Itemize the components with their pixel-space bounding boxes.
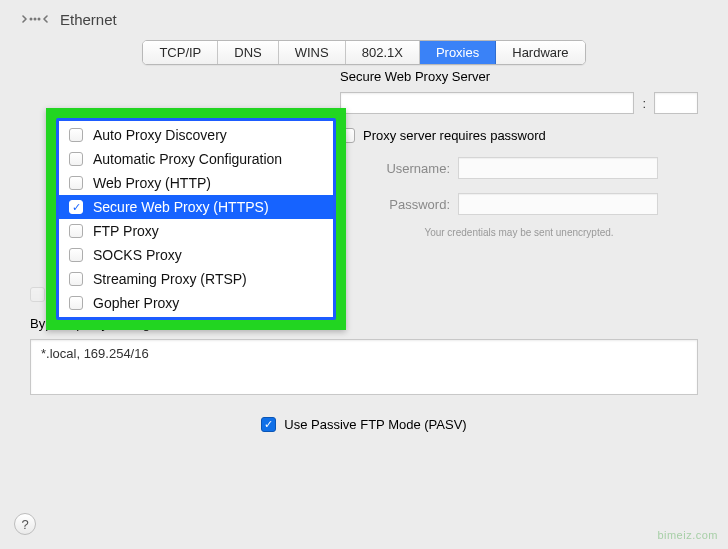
protocol-item[interactable]: SOCKS Proxy: [59, 243, 333, 267]
exclude-simple-checkbox[interactable]: [30, 287, 45, 302]
username-input[interactable]: [458, 157, 658, 179]
tab-proxies[interactable]: Proxies: [420, 41, 496, 64]
protocol-label: Web Proxy (HTTP): [93, 175, 211, 191]
pasv-label: Use Passive FTP Mode (PASV): [284, 417, 466, 432]
password-input[interactable]: [458, 193, 658, 215]
protocol-label: Gopher Proxy: [93, 295, 179, 311]
protocol-item[interactable]: FTP Proxy: [59, 219, 333, 243]
tab-bar: TCP/IPDNSWINS802.1XProxiesHardware: [0, 40, 728, 65]
requires-password-label: Proxy server requires password: [363, 128, 546, 143]
bypass-textarea[interactable]: *.local, 169.254/16: [30, 339, 698, 395]
pasv-checkbox[interactable]: [261, 417, 276, 432]
svg-point-1: [34, 18, 37, 21]
protocol-item[interactable]: Auto Proxy Discovery: [59, 123, 333, 147]
protocol-checkbox[interactable]: [69, 296, 83, 310]
credentials-note: Your credentials may be sent unencrypted…: [340, 227, 698, 238]
protocol-checkbox[interactable]: [69, 200, 83, 214]
protocol-list[interactable]: Auto Proxy DiscoveryAutomatic Proxy Conf…: [56, 118, 336, 320]
protocol-label: Secure Web Proxy (HTTPS): [93, 199, 269, 215]
protocol-checkbox[interactable]: [69, 272, 83, 286]
watermark: bimeiz.com: [657, 529, 718, 541]
protocol-label: Automatic Proxy Configuration: [93, 151, 282, 167]
help-button[interactable]: ?: [14, 513, 36, 535]
protocol-checkbox[interactable]: [69, 176, 83, 190]
protocol-label: SOCKS Proxy: [93, 247, 182, 263]
tab-dns[interactable]: DNS: [218, 41, 278, 64]
proxy-host-input[interactable]: [340, 92, 634, 114]
protocol-checkbox[interactable]: [69, 152, 83, 166]
tab-802-1x[interactable]: 802.1X: [346, 41, 420, 64]
protocol-label: Streaming Proxy (RTSP): [93, 271, 247, 287]
protocol-label: FTP Proxy: [93, 223, 159, 239]
protocol-item[interactable]: Secure Web Proxy (HTTPS): [59, 195, 333, 219]
tab-wins[interactable]: WINS: [279, 41, 346, 64]
page-title: Ethernet: [60, 11, 117, 28]
protocol-item[interactable]: Automatic Proxy Configuration: [59, 147, 333, 171]
username-label: Username:: [340, 161, 450, 176]
protocol-label: Auto Proxy Discovery: [93, 127, 227, 143]
protocol-checkbox[interactable]: [69, 248, 83, 262]
password-label: Password:: [340, 197, 450, 212]
ethernet-icon: [22, 10, 48, 28]
protocol-list-highlight: Auto Proxy DiscoveryAutomatic Proxy Conf…: [46, 108, 346, 330]
tab-hardware[interactable]: Hardware: [496, 41, 584, 64]
protocol-item[interactable]: Web Proxy (HTTP): [59, 171, 333, 195]
host-port-separator: :: [642, 96, 646, 111]
tab-tcp-ip[interactable]: TCP/IP: [143, 41, 218, 64]
protocol-checkbox[interactable]: [69, 224, 83, 238]
svg-point-0: [30, 18, 33, 21]
protocol-item[interactable]: Streaming Proxy (RTSP): [59, 267, 333, 291]
proxy-port-input[interactable]: [654, 92, 698, 114]
protocol-item[interactable]: Gopher Proxy: [59, 291, 333, 315]
server-title: Secure Web Proxy Server: [340, 69, 698, 84]
protocol-checkbox[interactable]: [69, 128, 83, 142]
svg-point-2: [38, 18, 41, 21]
